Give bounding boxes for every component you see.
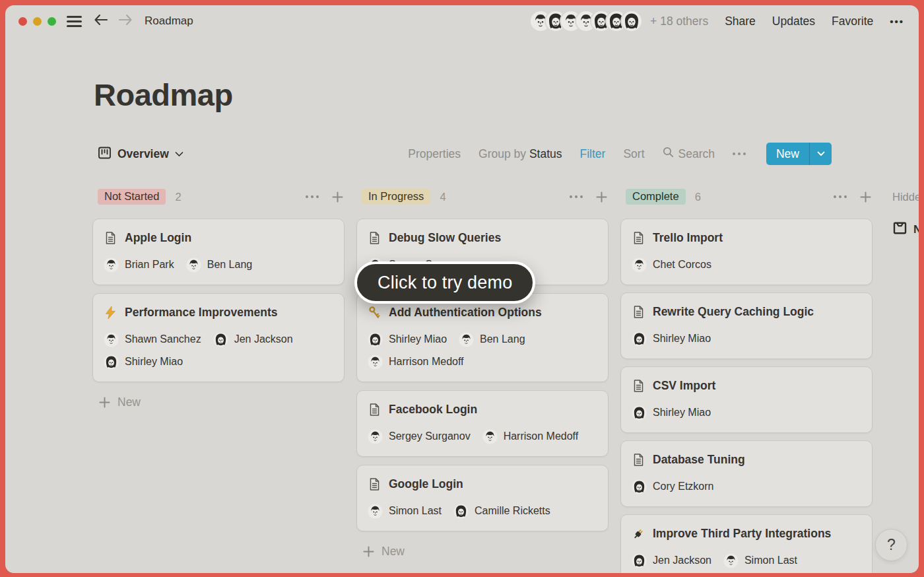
assignee-harrison-medoff[interactable]: Harrison Medoff xyxy=(368,354,464,370)
hidden-group-no-status[interactable]: No Status xyxy=(892,221,919,239)
assignee-jen-jackson[interactable]: Jen Jackson xyxy=(632,553,711,568)
member-avatar[interactable] xyxy=(622,11,642,31)
card-title-row: Improve Third Party Integrations xyxy=(632,526,861,541)
column-add-icon[interactable] xyxy=(859,190,873,204)
forward-icon[interactable] xyxy=(118,13,133,29)
card-title: Add Authentication Options xyxy=(389,304,542,320)
new-card-button[interactable]: New xyxy=(92,394,345,410)
updates-button[interactable]: Updates xyxy=(772,15,815,28)
favorite-button[interactable]: Favorite xyxy=(832,15,873,28)
hidden-columns-label[interactable]: Hidden columns xyxy=(892,191,919,203)
new-button-chevron-icon[interactable] xyxy=(810,143,832,165)
assignee-camille-ricketts[interactable]: Camille Ricketts xyxy=(453,503,550,519)
assignee-list: Shirley Miao xyxy=(632,405,861,421)
status-badge[interactable]: Not Started xyxy=(98,189,166,205)
assignee-shirley-miao[interactable]: Shirley Miao xyxy=(632,331,711,347)
assignee-ben-lang[interactable]: Ben Lang xyxy=(459,331,525,347)
search-button[interactable]: Search xyxy=(663,147,715,161)
assignee-ben-lang[interactable]: Ben Lang xyxy=(186,257,253,273)
assignee-list: Cory Etzkorn xyxy=(632,479,861,494)
card-rewrite-query-caching-logic[interactable]: Rewrite Query Caching Logic Shirley Miao xyxy=(620,292,873,359)
card-title-row: Performance Improvements xyxy=(104,304,333,320)
others-count[interactable]: + 18 others xyxy=(650,15,708,28)
column-more-icon[interactable] xyxy=(568,195,584,199)
card-apple-login[interactable]: Apple Login Brian Park Ben Lang xyxy=(92,219,345,285)
card-add-authentication-options[interactable]: Add Authentication Options Shirley Miao … xyxy=(356,293,609,382)
toolbar-more-icon[interactable] xyxy=(733,153,746,155)
assignee-simon-last[interactable]: Simon Last xyxy=(368,503,442,519)
assignee-shirley-miao[interactable]: Shirley Miao xyxy=(104,354,183,370)
assignee-list: Simon Last Camille Ricketts xyxy=(368,503,597,519)
group-by-value: Status xyxy=(529,147,562,160)
assignee-simon-last[interactable]: Simon Last xyxy=(723,553,797,568)
card-improve-third-party-integrations[interactable]: Improve Third Party Integrations Jen Jac… xyxy=(620,514,873,573)
assignee-avatar xyxy=(186,257,201,273)
hidden-columns-rail: Hidden columns No Status xyxy=(892,191,919,239)
share-button[interactable]: Share xyxy=(725,15,756,28)
card-google-login[interactable]: Google Login Simon Last Camille Ricketts xyxy=(356,465,609,531)
bolt-icon xyxy=(104,306,117,320)
assignee-name: Cory Etzkorn xyxy=(653,479,713,494)
assignee-avatar xyxy=(453,504,469,519)
card-title: Facebook Login xyxy=(389,401,477,417)
assignee-avatar xyxy=(104,257,119,273)
assignee-harrison-medoff[interactable]: Harrison Medoff xyxy=(482,428,579,444)
card-title: Performance Improvements xyxy=(125,304,277,320)
assignee-jen-jackson[interactable]: Jen Jackson xyxy=(213,331,293,347)
doc-icon xyxy=(368,231,381,245)
assignee-list: Shirley Miao Ben Lang Harrison Medoff xyxy=(368,331,597,370)
assignee-shirley-miao[interactable]: Shirley Miao xyxy=(368,331,447,347)
column-add-icon[interactable] xyxy=(331,190,345,204)
assignee-chet-corcos[interactable]: Chet Corcos xyxy=(632,257,711,273)
assignee-name: Ben Lang xyxy=(207,257,253,273)
try-demo-button[interactable]: Click to try demo xyxy=(354,261,535,304)
card-title: Improve Third Party Integrations xyxy=(653,526,831,541)
column-more-icon[interactable] xyxy=(832,195,848,199)
doc-icon xyxy=(368,403,381,417)
properties-button[interactable]: Properties xyxy=(408,147,461,161)
card-trello-import[interactable]: Trello Import Chet Corcos xyxy=(620,219,873,285)
assignee-list: Shirley Miao xyxy=(632,331,861,347)
filter-button[interactable]: Filter xyxy=(580,147,606,161)
assignee-shawn-sanchez[interactable]: Shawn Sanchez xyxy=(104,331,201,347)
plus-icon xyxy=(98,395,112,409)
view-switcher[interactable]: Overview xyxy=(92,146,183,162)
doc-icon xyxy=(104,231,117,245)
assignee-avatar xyxy=(632,257,647,273)
group-by-button[interactable]: Group by Status xyxy=(478,147,562,161)
doc-icon xyxy=(632,305,645,319)
assignee-list: Shawn Sanchez Jen Jackson Shirley Miao xyxy=(104,331,333,370)
column-header: In Progress 4 xyxy=(356,188,609,205)
help-button[interactable]: ? xyxy=(875,529,908,561)
new-button-label: New xyxy=(766,143,809,165)
assignee-avatar xyxy=(368,332,383,347)
column-more-icon[interactable] xyxy=(304,195,320,199)
assignee-name: Harrison Medoff xyxy=(389,354,464,370)
status-badge[interactable]: In Progress xyxy=(362,189,430,205)
back-icon[interactable] xyxy=(93,13,108,29)
card-title-row: Add Authentication Options xyxy=(368,304,597,320)
assignee-brian-park[interactable]: Brian Park xyxy=(104,257,174,273)
menu-icon[interactable] xyxy=(67,16,82,27)
assignee-shirley-miao[interactable]: Shirley Miao xyxy=(632,405,711,421)
card-title: Trello Import xyxy=(653,230,723,246)
card-csv-import[interactable]: CSV Import Shirley Miao xyxy=(620,366,873,433)
minimize-window-button[interactable] xyxy=(33,17,42,26)
column-add-icon[interactable] xyxy=(595,190,609,204)
new-card-button[interactable]: New xyxy=(356,543,609,559)
status-badge[interactable]: Complete xyxy=(626,189,686,205)
close-window-button[interactable] xyxy=(18,17,27,26)
new-button[interactable]: New xyxy=(766,143,832,165)
more-options-icon[interactable]: ••• xyxy=(890,16,904,27)
assignee-sergey-surganov[interactable]: Sergey Surganov xyxy=(368,428,471,444)
assignee-name: Simon Last xyxy=(389,503,442,519)
card-database-tuning[interactable]: Database Tuning Cory Etzkorn xyxy=(620,440,873,507)
zoom-window-button[interactable] xyxy=(48,17,56,26)
card-facebook-login[interactable]: Facebook Login Sergey Surganov Harrison … xyxy=(356,390,609,457)
chevron-down-icon xyxy=(175,148,183,160)
assignee-cory-etzkorn[interactable]: Cory Etzkorn xyxy=(632,479,713,494)
assignee-name: Shawn Sanchez xyxy=(125,331,201,347)
card-performance-improvements[interactable]: Performance Improvements Shawn Sanchez J… xyxy=(92,293,345,382)
sort-button[interactable]: Sort xyxy=(623,147,644,161)
assignee-name: Sergey Surganov xyxy=(389,428,471,444)
